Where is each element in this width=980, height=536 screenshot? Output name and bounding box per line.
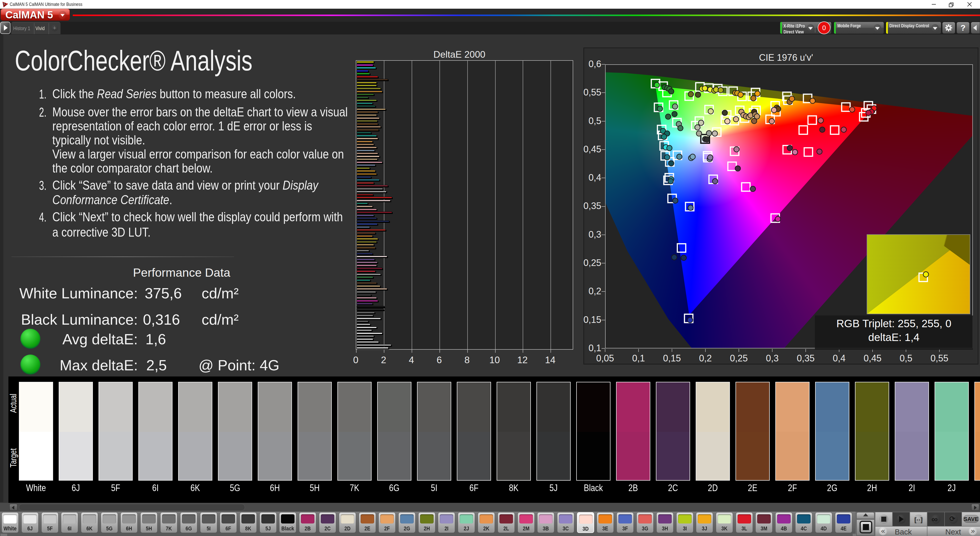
svg-text:5: 5 xyxy=(3,3,5,5)
